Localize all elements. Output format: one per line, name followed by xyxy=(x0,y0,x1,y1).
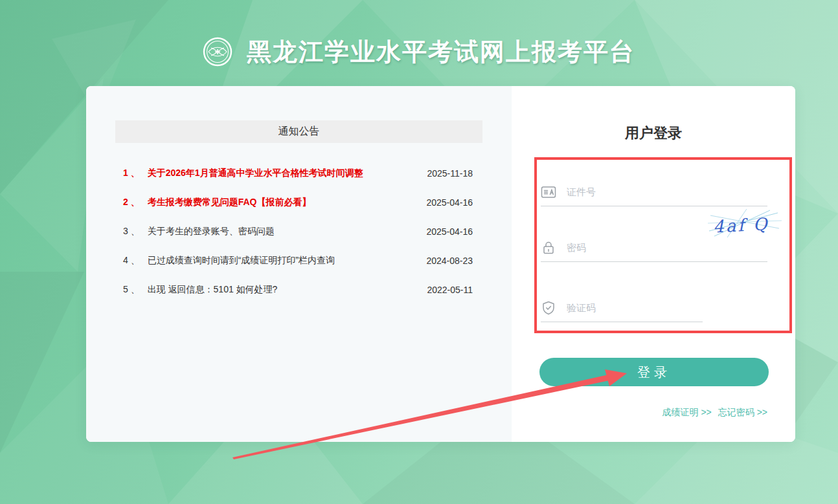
login-title: 用户登录 xyxy=(512,124,795,143)
notice-row: 4 、 已过成绩查询时间请到“成绩证明打印”栏内查询 2024-08-23 xyxy=(86,246,512,275)
notice-number: 3 、 xyxy=(123,226,140,237)
id-card-icon xyxy=(541,184,556,200)
notice-date: 2025-04-16 xyxy=(426,197,473,208)
seal-emblem-icon xyxy=(203,37,232,67)
captcha-field-row xyxy=(541,294,767,322)
captcha-image[interactable]: 4af Q xyxy=(708,209,782,239)
site-header: 黑龙江学业水平考试网上报考平台 xyxy=(0,35,838,69)
notice-number: 5 、 xyxy=(123,284,140,296)
notice-row: 1 、 关于2026年1月普通高中学业水平合格性考试时间调整 2025-11-1… xyxy=(86,159,512,188)
svg-text:4af Q: 4af Q xyxy=(712,214,769,236)
notice-date: 2024-08-23 xyxy=(426,256,473,266)
notice-number: 4 、 xyxy=(123,255,140,267)
notice-link[interactable]: 出现 返回信息：5101 如何处理? xyxy=(148,284,417,296)
notice-link[interactable]: 关于2026年1月普通高中学业水平合格性考试时间调整 xyxy=(148,168,417,179)
input-underline xyxy=(541,322,703,322)
certificate-input[interactable] xyxy=(567,178,735,205)
notice-link[interactable]: 考生报考缴费常见问题FAQ【报前必看】 xyxy=(148,197,416,208)
login-button[interactable]: 登录 xyxy=(539,358,769,386)
main-card: 通知公告 1 、 关于2026年1月普通高中学业水平合格性考试时间调整 2025… xyxy=(86,86,795,442)
notice-row: 5 、 出现 返回信息：5101 如何处理? 2022-05-11 xyxy=(86,275,512,304)
notice-link[interactable]: 关于考生的登录账号、密码问题 xyxy=(148,226,416,237)
notice-date: 2025-11-18 xyxy=(427,168,473,179)
notice-number: 2 、 xyxy=(123,197,140,208)
forgot-password-link[interactable]: 忘记密码 >> xyxy=(718,407,767,419)
notice-number: 1 、 xyxy=(123,168,140,179)
notice-date: 2025-04-16 xyxy=(426,226,473,237)
notice-row: 3 、 关于考生的登录账号、密码问题 2025-04-16 xyxy=(86,217,512,246)
notice-panel: 通知公告 1 、 关于2026年1月普通高中学业水平合格性考试时间调整 2025… xyxy=(86,86,512,442)
captcha-input[interactable] xyxy=(567,294,735,321)
notice-header: 通知公告 xyxy=(115,120,482,143)
score-certificate-link[interactable]: 成绩证明 >> xyxy=(662,407,712,419)
login-links: 成绩证明 >> 忘记密码 >> xyxy=(662,407,768,419)
certificate-field-row xyxy=(541,178,767,206)
shield-check-icon xyxy=(541,300,556,316)
login-panel: 用户登录 xyxy=(512,86,795,442)
page-background: 黑龙江学业水平考试网上报考平台 通知公告 1 、 关于2026年1月普通高中学业… xyxy=(0,0,838,504)
lock-icon xyxy=(541,240,556,256)
notice-link[interactable]: 已过成绩查询时间请到“成绩证明打印”栏内查询 xyxy=(148,255,416,267)
notice-list: 1 、 关于2026年1月普通高中学业水平合格性考试时间调整 2025-11-1… xyxy=(86,159,512,304)
notice-row: 2 、 考生报考缴费常见问题FAQ【报前必看】 2025-04-16 xyxy=(86,188,512,217)
page-title: 黑龙江学业水平考试网上报考平台 xyxy=(247,36,635,69)
notice-date: 2022-05-11 xyxy=(427,285,473,295)
input-underline xyxy=(541,261,767,262)
input-underline xyxy=(541,206,767,206)
